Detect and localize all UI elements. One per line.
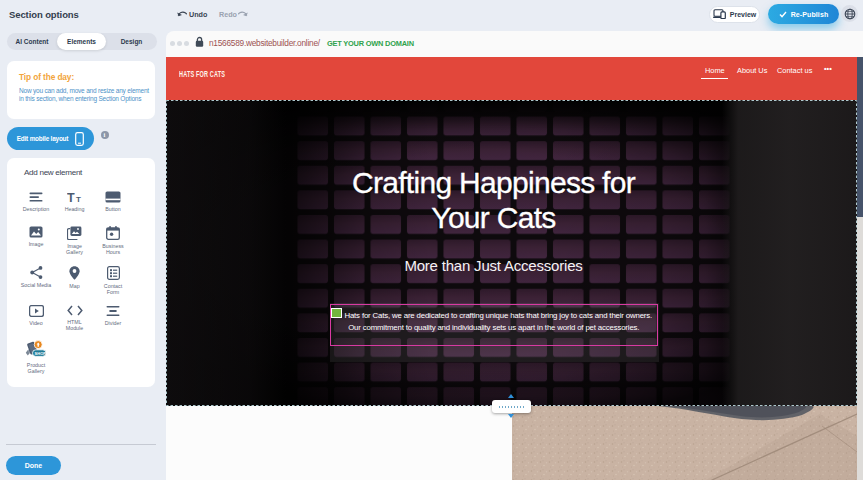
svg-text:T: T	[67, 191, 75, 203]
svg-text:T: T	[76, 195, 81, 203]
svg-text:SHOP: SHOP	[35, 351, 47, 356]
